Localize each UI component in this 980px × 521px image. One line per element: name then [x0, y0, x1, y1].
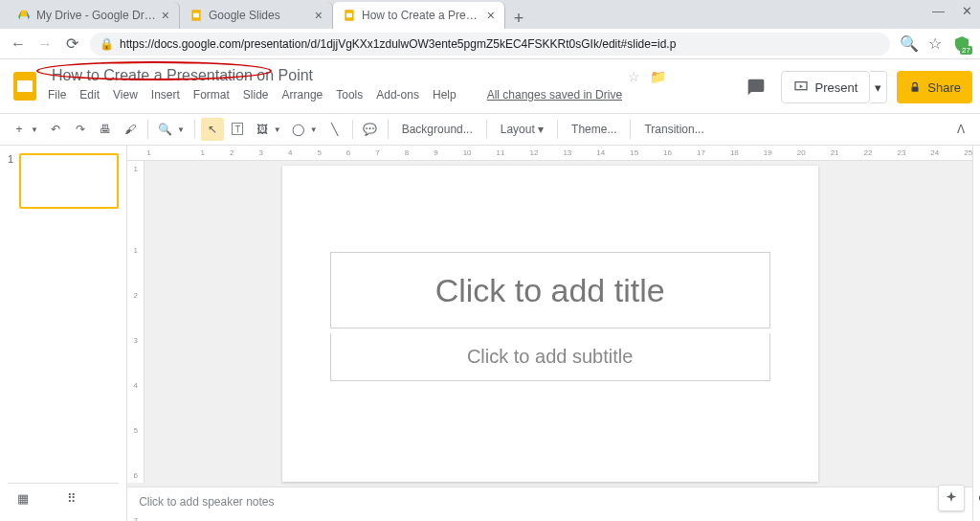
slide-number: 1 [8, 153, 13, 209]
slides-favicon [189, 9, 203, 22]
search-icon[interactable]: 🔍 [900, 34, 917, 53]
document-title[interactable]: How to Create a Presentation on Point [48, 65, 622, 86]
menu-addons[interactable]: Add-ons [376, 88, 419, 102]
browser-tab-active[interactable]: How to Create a Presentation on × [333, 2, 505, 29]
redo-button[interactable]: ↷ [69, 118, 92, 141]
filmstrip: 1 ▦ ⠿ [0, 146, 127, 521]
star-icon[interactable]: ☆ [926, 34, 944, 53]
menu-arrange[interactable]: Arrange [282, 88, 323, 102]
title-placeholder[interactable]: Click to add title [330, 252, 770, 328]
explore-icon [944, 490, 959, 506]
svg-rect-8 [17, 80, 33, 92]
print-button[interactable]: 🖶 [94, 118, 117, 141]
filmstrip-view-icon[interactable]: ▦ [17, 491, 29, 506]
browser-tab[interactable]: Google Slides × [180, 2, 333, 29]
share-label: Share [927, 80, 961, 95]
paint-format-button[interactable]: 🖌 [119, 118, 142, 141]
line-tool[interactable]: ╲ [323, 118, 346, 141]
shape-tool[interactable]: ◯ [287, 118, 310, 141]
forward-button[interactable]: → [36, 35, 54, 53]
save-status[interactable]: All changes saved in Drive [487, 88, 622, 102]
svg-rect-10 [912, 86, 919, 91]
address-bar[interactable]: 🔒 https://docs.google.com/presentation/d… [90, 33, 890, 56]
menu-edit[interactable]: Edit [79, 88, 100, 102]
browser-tab-strip: My Drive - Google Drive × Google Slides … [0, 0, 980, 29]
browser-nav-bar: ← → ⟳ 🔒 https://docs.google.com/presenta… [0, 29, 980, 59]
comments-button[interactable] [741, 72, 771, 102]
svg-rect-6 [346, 13, 352, 18]
menu-help[interactable]: Help [433, 88, 457, 102]
transition-button[interactable]: Transition... [636, 123, 711, 136]
collapse-toolbar-button[interactable]: ᐱ [949, 118, 972, 141]
vertical-ruler: 11234567891011121314 [127, 161, 145, 483]
extension-badge[interactable]: 27 [953, 35, 970, 53]
image-tool[interactable]: 🖼 [251, 118, 274, 141]
url-text: https://docs.google.com/presentation/d/1… [120, 37, 676, 51]
browser-tab[interactable]: My Drive - Google Drive × [8, 2, 180, 29]
menu-format[interactable]: Format [193, 88, 230, 102]
app-header: How to Create a Presentation on Point Fi… [0, 59, 980, 113]
comment-tool[interactable]: 💬 [359, 118, 382, 141]
tab-close-icon[interactable]: × [487, 8, 495, 23]
background-button[interactable]: Background... [394, 123, 480, 136]
lock-icon: 🔒 [100, 37, 114, 51]
menu-view[interactable]: View [113, 88, 138, 102]
horizontal-ruler: 1123456789101112131415161718192021222324… [127, 146, 972, 161]
present-button[interactable]: Present [781, 71, 870, 103]
menu-file[interactable]: File [48, 88, 66, 102]
new-tab-button[interactable]: + [505, 9, 532, 29]
tab-close-icon[interactable]: × [162, 8, 169, 23]
menu-insert[interactable]: Insert [151, 88, 180, 102]
window-minimize-icon[interactable]: — [932, 4, 945, 18]
present-icon [793, 79, 809, 95]
menu-tools[interactable]: Tools [336, 88, 363, 102]
canvas-area: 1123456789101112131415161718192021222324… [127, 146, 972, 521]
themes-panel: Themes In this presentation ⌄ Click to a… [972, 146, 980, 521]
window-close-icon[interactable]: ✕ [962, 4, 972, 18]
drive-favicon [17, 9, 31, 22]
grid-view-icon[interactable]: ⠿ [67, 491, 77, 506]
slides-favicon [343, 9, 356, 22]
back-button[interactable]: ← [10, 35, 27, 53]
present-dropdown[interactable]: ▾ [870, 71, 887, 103]
tab-title: Google Slides [209, 9, 309, 22]
share-button[interactable]: Share [897, 71, 972, 103]
layout-button[interactable]: Layout ▾ [493, 123, 551, 136]
explore-button[interactable] [938, 485, 965, 511]
textbox-tool[interactable]: 🅃 [226, 118, 249, 141]
svg-rect-4 [193, 13, 199, 18]
slides-logo[interactable] [8, 69, 42, 103]
menu-slide[interactable]: Slide [243, 88, 269, 102]
new-slide-button[interactable]: + [8, 118, 31, 141]
tab-close-icon[interactable]: × [315, 8, 323, 23]
zoom-button[interactable]: 🔍 [154, 118, 177, 141]
slide-canvas[interactable]: Click to add title Click to add subtitle [282, 166, 818, 482]
theme-button[interactable]: Theme... [564, 123, 624, 136]
tab-title: How to Create a Presentation on [362, 9, 481, 22]
undo-button[interactable]: ↶ [44, 118, 67, 141]
reload-button[interactable]: ⟳ [63, 34, 80, 53]
toolbar: +▼ ↶ ↷ 🖶 🖌 🔍▼ ↖ 🅃 🖼▼ ◯▼ ╲ 💬 Background..… [0, 113, 980, 146]
lock-icon [908, 80, 922, 94]
folder-icon[interactable]: 📁 [650, 69, 666, 84]
menu-bar: File Edit View Insert Format Slide Arran… [48, 88, 622, 102]
star-icon[interactable]: ☆ [628, 69, 640, 84]
slide-thumbnail[interactable] [19, 153, 119, 209]
present-label: Present [814, 80, 858, 95]
speaker-notes[interactable]: Click to add speaker notes [127, 487, 972, 521]
select-tool[interactable]: ↖ [201, 118, 224, 141]
subtitle-placeholder[interactable]: Click to add subtitle [330, 333, 770, 381]
tab-title: My Drive - Google Drive [36, 9, 156, 22]
